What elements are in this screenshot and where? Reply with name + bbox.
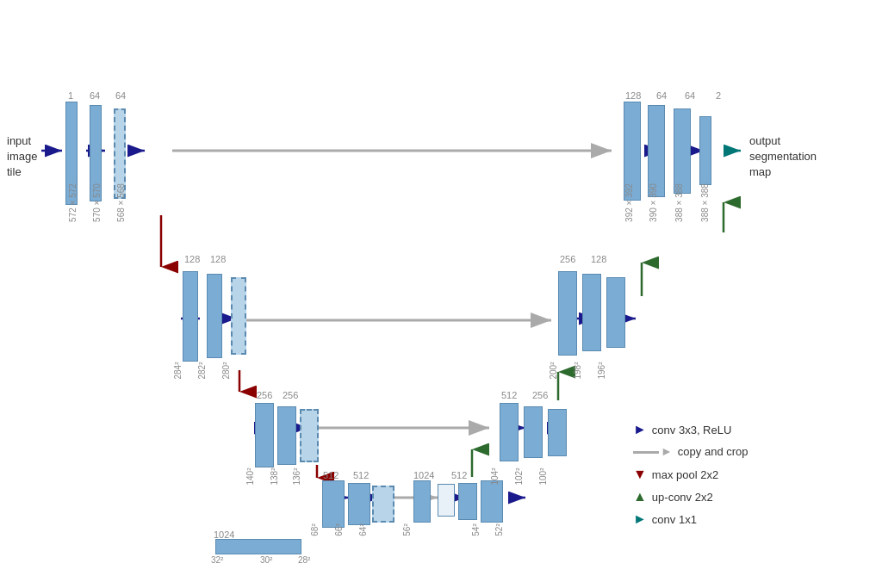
legend-conv3x3: ► conv 3x3, ReLU	[633, 422, 731, 437]
size-label-30: 30²	[260, 555, 272, 565]
legend-max-pool: ▼ max pool 2x2	[633, 467, 718, 482]
size-label-390: 390 × 390	[649, 183, 658, 222]
block-r4-2	[348, 483, 370, 525]
block-r3-1	[255, 403, 274, 467]
legend-green-arrow: ▲	[633, 489, 647, 504]
size-label-282: 282²	[197, 362, 207, 379]
block-dec3-2	[524, 406, 543, 458]
channel-label-64d: 64	[685, 90, 695, 101]
block-r4-1	[322, 480, 345, 528]
block-r2-2	[207, 274, 222, 358]
legend-up-conv: ▲ up-conv 2x2	[633, 489, 713, 504]
size-label-102: 102²	[514, 467, 524, 485]
legend-up-conv-label: up-conv 2x2	[652, 491, 713, 504]
legend-copy-crop-label: copy and crop	[678, 445, 748, 458]
block-dec1-3	[674, 108, 691, 194]
channel-label-64b: 64	[115, 90, 126, 101]
legend-conv3x3-label: conv 3x3, ReLU	[652, 424, 732, 436]
block-bn-4	[481, 480, 503, 523]
size-label-66: 66²	[334, 523, 344, 535]
channel-label-512d: 512	[501, 390, 517, 400]
size-label-56: 56²	[402, 523, 412, 535]
channel-label-1024a: 1024	[413, 470, 434, 480]
block-extra-1	[215, 539, 301, 554]
channel-label-256a: 256	[257, 390, 272, 400]
legend-conv1x1-label: conv 1x1	[652, 513, 697, 526]
size-label-32: 32²	[211, 555, 223, 565]
channel-label-512a: 512	[323, 470, 339, 480]
channel-label-64c: 64	[656, 90, 667, 101]
size-label-280: 280²	[221, 362, 231, 379]
channel-label-512b: 512	[353, 470, 369, 480]
block-r2-1	[183, 271, 198, 362]
legend-conv1x1: ► conv 1x1	[633, 511, 697, 527]
block-r2-3	[231, 277, 246, 355]
size-label-196: 196²	[597, 362, 606, 379]
legend-gray-arrow-icon: ►	[661, 444, 673, 458]
size-label-200: 200²	[549, 362, 558, 379]
channel-label-128b: 128	[210, 254, 226, 264]
size-label-64: 64²	[358, 523, 368, 535]
size-label-54: 54²	[471, 523, 481, 535]
block-bn-3	[458, 483, 477, 520]
legend-teal-arrow: ►	[633, 511, 647, 527]
legend-red-arrow: ▼	[633, 467, 647, 482]
block-dec2-3	[606, 277, 625, 348]
block-dec3-3	[548, 409, 567, 456]
legend-gray-line	[633, 451, 659, 454]
channel-label-512c: 512	[451, 470, 467, 480]
channel-label-128c: 128	[591, 254, 606, 264]
size-label-392: 392 × 392	[624, 183, 634, 222]
size-label-198: 198²	[573, 362, 582, 379]
block-dec3-1	[500, 403, 519, 461]
block-r3-2	[277, 406, 296, 465]
input-label: inputimagetile	[7, 133, 37, 181]
channel-label-128d: 128	[625, 90, 641, 101]
channel-label-64a: 64	[90, 90, 100, 101]
legend-max-pool-label: max pool 2x2	[652, 468, 718, 481]
size-label-140: 140²	[245, 467, 255, 485]
size-label-572: 572 × 572	[68, 183, 78, 222]
block-r4-3	[372, 486, 394, 523]
block-bn-2	[438, 484, 455, 517]
channel-label-256c: 256	[532, 390, 548, 400]
legend-blue-arrow: ►	[633, 422, 647, 437]
size-label-388a: 388 × 388	[674, 183, 684, 222]
size-label-28: 28²	[298, 555, 310, 565]
block-dec1-4	[699, 116, 711, 185]
size-label-138: 138²	[270, 467, 279, 485]
size-label-136: 136²	[292, 467, 301, 485]
block-bn-1	[413, 480, 431, 523]
channel-label-256b: 256	[283, 390, 298, 400]
channel-label-1: 1	[68, 90, 73, 101]
size-label-100: 100²	[538, 467, 548, 485]
size-label-52: 52²	[494, 523, 504, 535]
channel-label-256d: 256	[560, 254, 575, 264]
channel-label-128a: 128	[184, 254, 200, 264]
block-dec2-1	[558, 271, 577, 356]
legend-copy-crop: ► copy and crop	[633, 444, 748, 458]
block-dec2-2	[582, 274, 601, 351]
size-label-104: 104²	[490, 467, 500, 485]
channel-label-2: 2	[716, 90, 721, 101]
size-label-568: 568 × 568	[116, 183, 126, 222]
size-label-68: 68²	[310, 523, 320, 535]
size-label-284: 284²	[173, 362, 183, 379]
block-r3-3	[300, 409, 319, 462]
size-label-570: 570 × 570	[92, 183, 102, 222]
output-label: outputsegmentationmap	[749, 133, 817, 181]
size-label-388b: 388 × 388	[700, 183, 710, 222]
